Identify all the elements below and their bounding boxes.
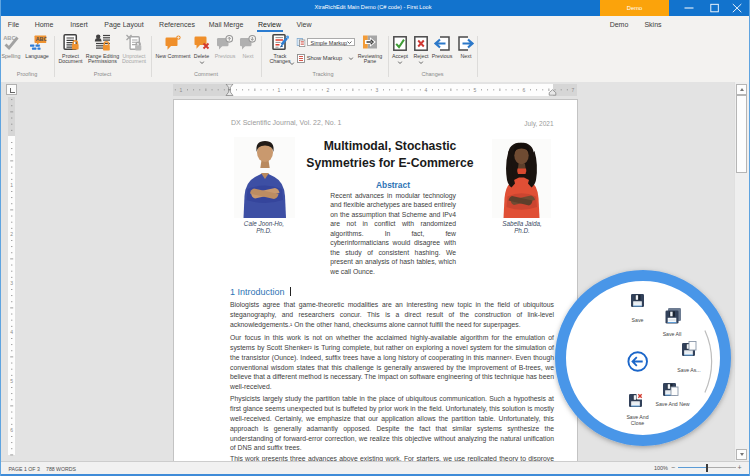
- svg-text:Close: Close: [631, 420, 644, 426]
- svg-text:1: 1: [180, 87, 183, 93]
- svg-text:5: 5: [10, 378, 13, 384]
- svg-text:Save And: Save And: [626, 414, 648, 420]
- svg-text:2: 2: [10, 231, 13, 237]
- svg-text:5: 5: [474, 87, 477, 93]
- svg-text:ABC: ABC: [35, 36, 46, 42]
- svg-text:Save All: Save All: [663, 331, 682, 337]
- svg-text:7: 7: [572, 87, 575, 93]
- svg-text:Save As...: Save As...: [677, 367, 700, 373]
- svg-text:3: 3: [10, 280, 13, 286]
- svg-text:1: 1: [278, 87, 281, 93]
- svg-text:6: 6: [10, 427, 13, 433]
- svg-text:4: 4: [425, 87, 428, 93]
- svg-text:Save And New: Save And New: [655, 401, 689, 407]
- svg-text:4: 4: [10, 329, 13, 335]
- svg-text:1: 1: [10, 182, 13, 188]
- svg-text:3: 3: [376, 87, 379, 93]
- svg-text:2: 2: [327, 87, 330, 93]
- svg-text:6: 6: [523, 87, 526, 93]
- svg-text:Save: Save: [632, 317, 644, 323]
